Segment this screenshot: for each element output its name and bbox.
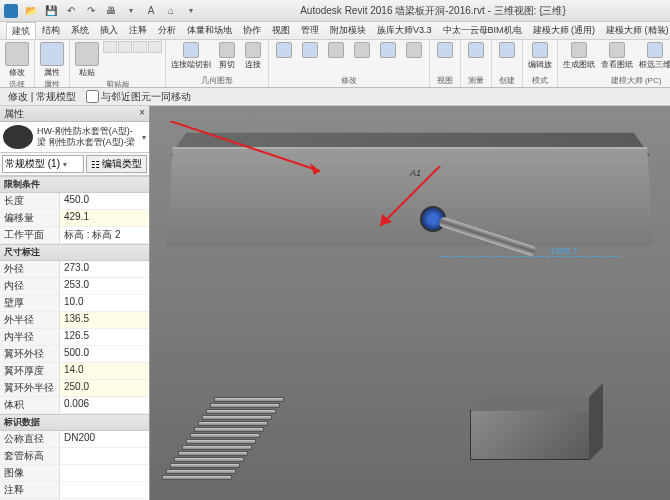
ribbon-tab[interactable]: 视图 bbox=[267, 22, 295, 39]
ribbon-tab[interactable]: 管理 bbox=[296, 22, 324, 39]
property-value[interactable] bbox=[60, 465, 149, 481]
property-category[interactable]: 标识数据 bbox=[0, 414, 149, 431]
property-row: 工作平面标高 : 标高 2 bbox=[0, 227, 149, 244]
ribbon-button[interactable] bbox=[376, 41, 400, 59]
property-label: 体积 bbox=[0, 397, 60, 413]
ribbon-tab[interactable]: 建模大师 (通用) bbox=[528, 22, 601, 39]
property-value[interactable]: DN200 bbox=[60, 431, 149, 447]
ribbon-tab[interactable]: 体量和场地 bbox=[182, 22, 237, 39]
ribbon-button[interactable] bbox=[433, 41, 457, 59]
ribbon-tab[interactable]: 族库大师V3.3 bbox=[372, 22, 437, 39]
wall-front-face bbox=[167, 147, 653, 246]
property-value[interactable]: 136.5 bbox=[60, 312, 149, 328]
property-value[interactable]: 14.0 bbox=[60, 363, 149, 379]
qat-print-icon[interactable]: 🖶 bbox=[102, 2, 120, 20]
property-label: 翼环外半径 bbox=[0, 380, 60, 396]
ribbon-button[interactable] bbox=[402, 41, 426, 59]
dimension-line[interactable] bbox=[440, 256, 620, 257]
qat-open-icon[interactable]: 📂 bbox=[22, 2, 40, 20]
property-value[interactable]: 450.0 bbox=[60, 193, 149, 209]
properties-grid[interactable]: 限制条件长度450.0偏移量429.1工作平面标高 : 标高 2尺寸标注外径27… bbox=[0, 176, 149, 500]
property-value[interactable]: 标高 : 标高 2 bbox=[60, 227, 149, 243]
ribbon-group-title: 测量 bbox=[464, 75, 488, 86]
ribbon-tab[interactable]: 建模大师 (精装) bbox=[601, 22, 670, 39]
ribbon-button[interactable]: 属性 bbox=[38, 41, 66, 79]
chevron-down-icon[interactable]: ▾ bbox=[142, 133, 146, 142]
ribbon-button[interactable]: 剪切 bbox=[215, 41, 239, 71]
small-button[interactable] bbox=[118, 41, 132, 53]
ribbon-button[interactable] bbox=[495, 41, 519, 59]
property-value[interactable]: 10.0 bbox=[60, 295, 149, 311]
move-with-adjacent-checkbox[interactable]: 与邻近图元一同移动 bbox=[86, 90, 191, 104]
property-value[interactable] bbox=[60, 482, 149, 498]
property-value[interactable]: 250.0 bbox=[60, 380, 149, 396]
ribbon-tab[interactable]: 结构 bbox=[37, 22, 65, 39]
ribbon-tab[interactable]: 协作 bbox=[238, 22, 266, 39]
qat-home-icon[interactable]: ⌂ bbox=[162, 2, 180, 20]
property-category[interactable]: 限制条件 bbox=[0, 176, 149, 193]
ribbon-tab[interactable]: 插入 bbox=[95, 22, 123, 39]
ribbon-button-icon bbox=[532, 42, 548, 58]
ribbon-button[interactable]: 编辑族 bbox=[526, 41, 554, 71]
stairs[interactable] bbox=[162, 390, 292, 480]
ribbon-button-label: 属性 bbox=[44, 67, 60, 78]
property-value[interactable]: 0.006 bbox=[60, 397, 149, 413]
stair-step bbox=[210, 403, 280, 408]
close-icon[interactable]: × bbox=[139, 107, 145, 120]
ribbon-button[interactable] bbox=[298, 41, 322, 59]
ribbon-button[interactable]: 修改 bbox=[3, 41, 31, 79]
instance-dropdown[interactable]: 常规模型 (1) ▾ bbox=[2, 155, 84, 173]
type-selector[interactable]: HW-刚性防水套管(A型)-梁 刚性防水套管(A型)-梁 ▾ bbox=[0, 122, 149, 153]
property-value[interactable]: 429.1 bbox=[60, 210, 149, 226]
type-name: HW-刚性防水套管(A型)-梁 刚性防水套管(A型)-梁 bbox=[33, 126, 142, 148]
ribbon-tab[interactable]: 建筑 bbox=[6, 22, 36, 39]
box-element[interactable] bbox=[470, 410, 590, 460]
stair-step bbox=[162, 475, 232, 480]
property-row: 翼环厚度14.0 bbox=[0, 363, 149, 380]
ribbon-button[interactable] bbox=[350, 41, 374, 59]
ribbon-tab[interactable]: 中太一云母BIM机电 bbox=[438, 22, 527, 39]
3d-viewport[interactable]: 1095.7 A1 bbox=[150, 106, 670, 500]
property-label: 外半径 bbox=[0, 312, 60, 328]
ribbon-button[interactable]: 查看图纸 bbox=[599, 41, 635, 71]
ribbon-tab[interactable]: 附加模块 bbox=[325, 22, 371, 39]
checkbox-input[interactable] bbox=[86, 90, 99, 103]
ribbon-tab[interactable]: 注释 bbox=[124, 22, 152, 39]
ribbon-tab[interactable]: 分析 bbox=[153, 22, 181, 39]
qat-redo-icon[interactable]: ↷ bbox=[82, 2, 100, 20]
property-value[interactable]: 126.5 bbox=[60, 329, 149, 345]
ribbon-button[interactable]: 连接 bbox=[241, 41, 265, 71]
ribbon-button[interactable]: 生成图纸 bbox=[561, 41, 597, 71]
ribbon-button-icon bbox=[183, 42, 199, 58]
ribbon-button[interactable] bbox=[272, 41, 296, 59]
property-category[interactable]: 尺寸标注 bbox=[0, 244, 149, 261]
property-value[interactable]: 253.0 bbox=[60, 278, 149, 294]
ribbon-button[interactable]: 连接端切割 bbox=[169, 41, 213, 71]
dimension-text[interactable]: 1095.7 bbox=[550, 246, 578, 256]
qat-a-icon[interactable]: A bbox=[142, 2, 160, 20]
qat-more-icon[interactable]: ▾ bbox=[122, 2, 140, 20]
ribbon-group: 生成图纸查看图纸框选三维高级过滤建模大师 (PC) bbox=[558, 40, 670, 87]
qat-undo-icon[interactable]: ↶ bbox=[62, 2, 80, 20]
small-button[interactable] bbox=[133, 41, 147, 53]
property-value[interactable]: 500.0 bbox=[60, 346, 149, 362]
ribbon-button-icon bbox=[5, 42, 29, 66]
stair-step bbox=[178, 451, 248, 456]
small-button[interactable] bbox=[148, 41, 162, 53]
ribbon-button[interactable]: 粘贴 bbox=[73, 41, 101, 79]
ribbon-tab[interactable]: 系统 bbox=[66, 22, 94, 39]
qat-dd-icon[interactable]: ▾ bbox=[182, 2, 200, 20]
property-row: 外径273.0 bbox=[0, 261, 149, 278]
app-icon[interactable] bbox=[4, 4, 18, 18]
ribbon-button[interactable]: 框选三维 bbox=[637, 41, 670, 71]
small-button[interactable] bbox=[103, 41, 117, 53]
type-thumbnail bbox=[3, 125, 33, 149]
property-value[interactable]: 273.0 bbox=[60, 261, 149, 277]
ribbon-button[interactable] bbox=[464, 41, 488, 59]
properties-panel: 属性 × HW-刚性防水套管(A型)-梁 刚性防水套管(A型)-梁 ▾ 常规模型… bbox=[0, 106, 150, 500]
ribbon-button[interactable] bbox=[324, 41, 348, 59]
property-value[interactable] bbox=[60, 448, 149, 464]
edit-type-button[interactable]: ☷ 编辑类型 bbox=[86, 155, 147, 173]
qat-save-icon[interactable]: 💾 bbox=[42, 2, 60, 20]
stair-step bbox=[202, 415, 272, 420]
